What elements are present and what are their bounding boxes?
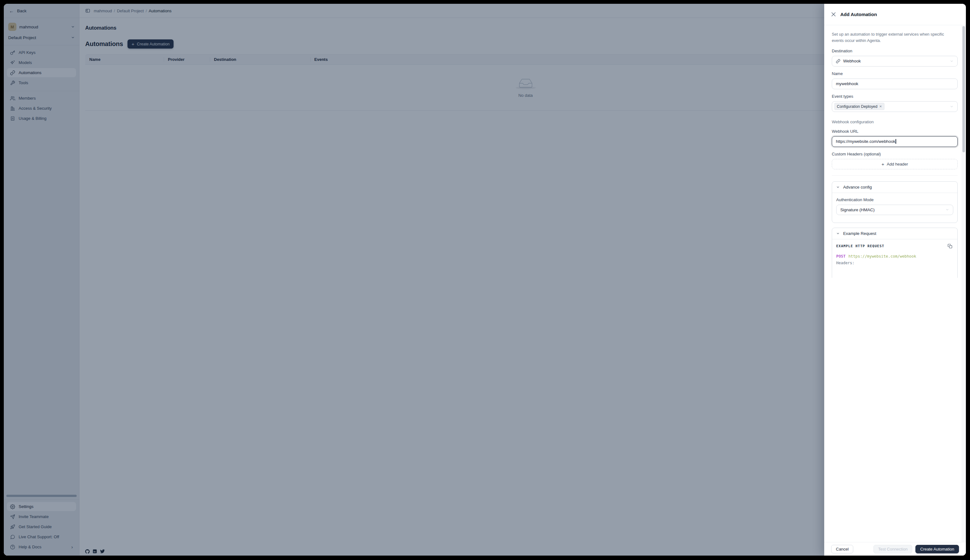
drawer-mask[interactable] <box>4 4 485 280</box>
app-window: ← Back M mahmoud Default Project API K <box>4 4 485 280</box>
